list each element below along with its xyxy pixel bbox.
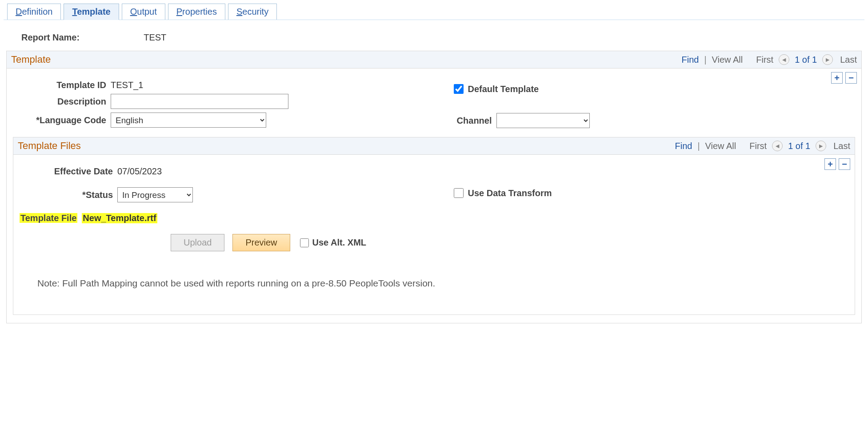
files-section-title: Template Files: [18, 140, 81, 152]
template-section: Template Find | View All First ◄ 1 of 1 …: [6, 51, 862, 323]
files-delete-row-button[interactable]: −: [839, 158, 850, 170]
files-find-link[interactable]: Find: [675, 141, 692, 151]
tab-definition[interactable]: Definition: [7, 4, 61, 20]
preview-button[interactable]: Preview: [232, 234, 290, 251]
files-last-label: Last: [833, 141, 850, 151]
description-input[interactable]: [111, 94, 288, 109]
mapping-note: Note: Full Path Mapping cannot be used w…: [37, 278, 848, 289]
template-next-button[interactable]: ►: [822, 54, 833, 65]
default-template-label: Default Template: [468, 84, 539, 94]
template-add-row-button[interactable]: +: [831, 72, 843, 84]
use-alt-xml-checkbox[interactable]: [300, 238, 309, 247]
upload-button[interactable]: Upload: [171, 234, 224, 251]
template-last-label: Last: [840, 55, 857, 65]
template-first-label: First: [756, 55, 773, 65]
tab-bar: Definition Template Output Properties Se…: [4, 4, 864, 20]
tab-security[interactable]: Security: [228, 4, 277, 20]
files-viewall-link[interactable]: View All: [705, 141, 736, 151]
use-data-transform-checkbox[interactable]: [454, 188, 464, 198]
files-first-label: First: [749, 141, 767, 151]
effective-date-value: 07/05/2023: [117, 166, 162, 177]
report-name-row: Report Name: TEST: [21, 32, 864, 43]
files-record-count: 1 of 1: [788, 141, 810, 151]
template-viewall-link[interactable]: View All: [712, 55, 743, 65]
status-select[interactable]: In Progress: [117, 187, 193, 202]
default-template-checkbox[interactable]: [454, 84, 464, 94]
template-delete-row-button[interactable]: −: [845, 72, 857, 84]
template-prev-button[interactable]: ◄: [779, 54, 789, 65]
report-name-label: Report Name:: [21, 32, 141, 43]
description-label: Description: [13, 97, 111, 107]
files-add-row-button[interactable]: +: [824, 158, 836, 170]
effective-date-label: Effective Date: [20, 166, 117, 177]
template-file-label: Template File: [20, 213, 77, 223]
use-alt-xml-row: Use Alt. XML: [298, 237, 367, 249]
files-prev-button[interactable]: ◄: [772, 141, 783, 151]
language-code-select[interactable]: English: [111, 113, 266, 128]
channel-select[interactable]: [496, 113, 590, 128]
template-record-count: 1 of 1: [795, 55, 817, 65]
tab-properties[interactable]: Properties: [168, 4, 225, 20]
channel-label: Channel: [434, 116, 496, 126]
template-section-title: Template: [11, 54, 51, 65]
language-code-label: *Language Code: [13, 115, 111, 125]
files-section-header: Template Files Find | View All First ◄ 1…: [13, 137, 855, 155]
tab-template[interactable]: Template: [64, 4, 119, 20]
template-section-header: Template Find | View All First ◄ 1 of 1 …: [7, 51, 861, 68]
files-next-button[interactable]: ►: [816, 141, 826, 151]
use-data-transform-label: Use Data Transform: [468, 188, 552, 198]
status-label: *Status: [20, 190, 117, 200]
report-name-value: TEST: [144, 32, 166, 42]
template-files-section: Template Files Find | View All First ◄ 1…: [13, 137, 855, 315]
template-id-value: TEST_1: [111, 80, 143, 90]
use-alt-xml-label: Use Alt. XML: [312, 238, 367, 248]
tab-output[interactable]: Output: [122, 4, 165, 20]
template-id-label: Template ID: [13, 80, 111, 90]
template-find-link[interactable]: Find: [681, 55, 699, 65]
template-file-value: New_Template.rtf: [82, 213, 157, 223]
